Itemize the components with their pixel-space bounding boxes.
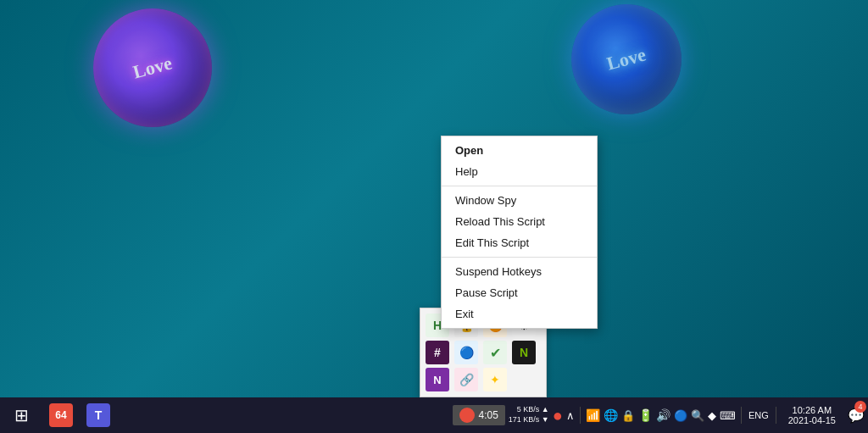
battery-icon[interactable]: 🔋 (637, 407, 654, 424)
bluetooth-icon[interactable]: 🔵 (672, 408, 689, 424)
clock-date: 2021-04-15 (788, 415, 836, 425)
menu-item-open[interactable]: Open (442, 140, 597, 161)
desktop: Love Love Open Help Window Spy Reload Th… (0, 0, 868, 433)
network-icon[interactable]: 🌐 (602, 407, 620, 424)
notification-badge: 4 (854, 401, 866, 413)
windows-icon: ⊞ (14, 405, 29, 425)
bulb-left-text: Love (80, 0, 225, 141)
volume-icon[interactable]: 🔊 (654, 407, 672, 424)
bulb-left: Love (93, 8, 212, 127)
context-menu: Open Help Window Spy Reload This Script … (441, 136, 598, 329)
tray-popup-star[interactable]: ✦ (483, 368, 507, 391)
timer-icon (459, 408, 475, 423)
tray-divider-3 (776, 407, 776, 424)
clock-area[interactable]: 10:26 AM 2021-04-15 (780, 405, 844, 425)
taskbar-app-red[interactable]: 64 (42, 397, 80, 433)
tray-popup-bluetooth[interactable]: 🔵 (454, 341, 478, 364)
menu-item-edit-script[interactable]: Edit This Script (442, 232, 597, 253)
menu-separator-1 (442, 186, 597, 186)
menu-item-help[interactable]: Help (442, 161, 597, 182)
network-speed: 5 KB/s ▲ 171 KB/s ▼ (509, 405, 549, 425)
wifi-icon[interactable]: 📶 (584, 407, 602, 424)
keyboard-icon[interactable]: ⌨ (718, 408, 737, 424)
status-circle: ● (553, 406, 563, 425)
tray-popup-link[interactable]: 🔗 (454, 368, 478, 391)
language-button[interactable]: ENG (745, 410, 772, 420)
dropbox-icon[interactable]: ◆ (706, 408, 718, 424)
tray-divider-2 (741, 407, 742, 424)
bulb-right: Love (571, 4, 682, 114)
bulb-right-text: Love (559, 0, 693, 127)
tray-popup-check[interactable]: ✔ (483, 341, 507, 364)
notification-button[interactable]: 💬 4 (844, 397, 868, 433)
tray-popup-nvidia[interactable]: N (512, 341, 536, 364)
taskbar-app-red-icon: 64 (49, 403, 73, 427)
taskbar-app-teams[interactable]: T (80, 397, 117, 433)
taskbar-app-teams-icon: T (86, 403, 110, 427)
menu-item-window-spy[interactable]: Window Spy (442, 190, 597, 211)
clock-time: 10:26 AM (793, 405, 832, 415)
timer-label: 4:05 (478, 409, 498, 421)
menu-separator-2 (442, 257, 597, 258)
menu-item-exit[interactable]: Exit (442, 303, 597, 325)
timer-button[interactable]: 4:05 (453, 405, 504, 425)
menu-item-suspend-hotkeys[interactable]: Suspend Hotkeys (442, 261, 597, 282)
menu-item-pause-script[interactable]: Pause Script (442, 282, 597, 303)
start-button[interactable]: ⊞ (0, 397, 42, 433)
network-speed-down: 171 KB/s ▼ (509, 415, 549, 425)
tray-popup-slack[interactable]: # (426, 341, 449, 364)
tray-popup-onenote[interactable]: N (426, 368, 449, 391)
menu-item-reload-script[interactable]: Reload This Script (442, 211, 597, 232)
show-hidden-icons[interactable]: ∧ (565, 408, 576, 424)
network-speed-up: 5 KB/s ▲ (509, 405, 549, 415)
tray-divider-1 (580, 407, 581, 424)
search-icon[interactable]: 🔍 (689, 408, 706, 424)
vpn-icon[interactable]: 🔒 (620, 408, 637, 424)
taskbar: ⊞ 64 T 4:05 5 KB/s ▲ 171 KB/s ▼ ● ∧ 📶 🌐 … (0, 397, 868, 433)
